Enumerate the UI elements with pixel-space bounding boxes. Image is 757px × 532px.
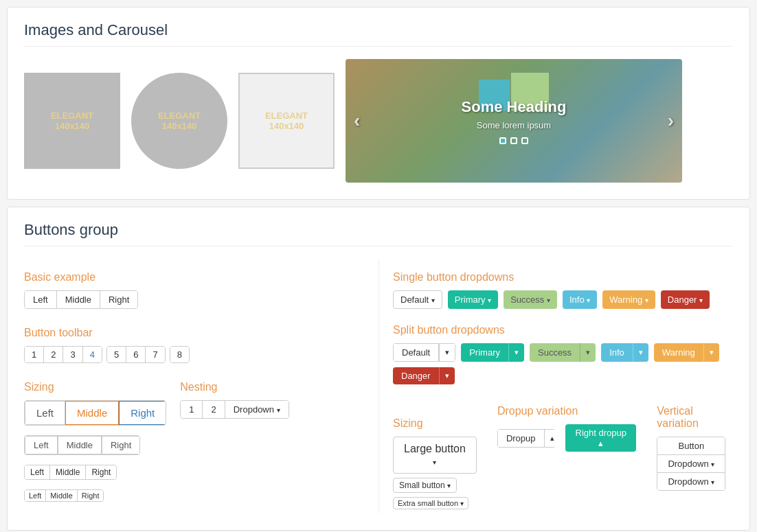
- toolbar-btn-8[interactable]: 8: [170, 347, 189, 362]
- split-danger: Danger ▾: [393, 367, 455, 384]
- split-warning: Warning ▾: [654, 343, 719, 362]
- nesting-caret-icon: [277, 404, 280, 415]
- dropup-caret-btn[interactable]: ▴: [544, 429, 556, 448]
- single-warning-btn[interactable]: Warning: [602, 290, 655, 309]
- carousel-prev-arrow[interactable]: ‹: [354, 110, 360, 132]
- buttons-left-col: Basic example Left Middle Right Button t…: [24, 259, 378, 513]
- basic-middle-btn[interactable]: Middle: [57, 291, 100, 308]
- images-section: Images and Carousel ELEGANT 140x140 ELEG…: [7, 7, 750, 200]
- vertical-btn-1[interactable]: Button: [657, 437, 725, 455]
- single-default-caret: [431, 294, 435, 305]
- single-success-btn[interactable]: Success: [504, 290, 557, 309]
- split-info-main[interactable]: Info: [601, 343, 633, 362]
- vertical-dropdown-1[interactable]: Dropdown: [657, 455, 725, 473]
- carousel-dot-2[interactable]: [510, 137, 517, 144]
- carousel-dot-1[interactable]: [499, 137, 506, 144]
- single-success-caret: [547, 294, 550, 305]
- dropup-main-btn[interactable]: Dropup: [497, 429, 544, 448]
- sizing-med-right[interactable]: Right: [102, 436, 139, 454]
- dropup-btn-group: Dropup ▴: [497, 429, 556, 448]
- basic-right-btn[interactable]: Right: [100, 291, 137, 308]
- sizing-large-left[interactable]: Left: [25, 401, 65, 425]
- toolbar-btn-3[interactable]: 3: [63, 347, 82, 362]
- carousel-subtext: Some lorem ipsum: [462, 120, 567, 130]
- btn-toolbar: 1 2 3 4 5 6 7 8: [24, 346, 365, 363]
- nesting-btn-2[interactable]: 2: [203, 401, 225, 418]
- split-success-main[interactable]: Success: [530, 343, 580, 362]
- dropup-col: Dropup variation Dropup ▴ Right dropup ▴: [497, 393, 636, 452]
- vertical-col: Vertical variation Button Dropdown Dropd…: [657, 393, 733, 491]
- split-default-caret-btn[interactable]: ▾: [439, 343, 455, 362]
- toolbar-group-3: 8: [170, 346, 190, 363]
- split-warning-main[interactable]: Warning: [654, 343, 703, 362]
- sizing-small-row: Left Middle Right: [24, 465, 166, 485]
- sizing-large-group: Left Middle Right: [24, 400, 166, 426]
- small-dd-caret: [447, 481, 451, 490]
- split-primary-caret-btn[interactable]: ▾: [508, 343, 524, 362]
- sizing-sm-left[interactable]: Left: [25, 465, 50, 479]
- sizing-small-group: Left Middle Right: [24, 465, 117, 480]
- single-primary-caret: [488, 294, 491, 305]
- nesting-group: 1 2 Dropdown: [180, 400, 289, 419]
- split-danger-main[interactable]: Danger: [393, 367, 439, 384]
- split-dropdown-title: Split button dropdowns: [393, 324, 733, 336]
- vertical-btn-group: Button Dropdown Dropdown: [657, 437, 725, 491]
- sizing-large-right[interactable]: Right: [119, 401, 166, 425]
- toolbar-title: Button toolbar: [24, 327, 365, 339]
- toolbar-btn-4[interactable]: 4: [83, 347, 102, 362]
- single-info-btn[interactable]: Info: [563, 290, 597, 309]
- dropup-row: Dropup ▴ Right dropup ▴: [497, 424, 636, 452]
- split-primary-main[interactable]: Primary: [461, 343, 508, 362]
- sizing-sm-right[interactable]: Right: [86, 465, 116, 479]
- vertical-dropdown-2[interactable]: Dropdown: [657, 473, 725, 490]
- small-dropdown-btn[interactable]: Small button: [393, 478, 457, 493]
- basic-left-btn[interactable]: Left: [25, 291, 57, 308]
- vert-caret-2: [711, 476, 714, 487]
- single-primary-btn[interactable]: Primary: [448, 290, 498, 309]
- xsmall-dd-caret: [460, 499, 464, 507]
- toolbar-btn-7[interactable]: 7: [146, 347, 164, 362]
- carousel-content: Some Heading Some lorem ipsum: [462, 98, 567, 144]
- buttons-grid: Basic example Left Middle Right Button t…: [24, 259, 733, 513]
- right-dropup-btn[interactable]: Right dropup ▴: [565, 424, 636, 452]
- right-dropup-caret-icon: ▴: [598, 438, 603, 448]
- nesting-dropdown-btn[interactable]: Dropdown: [225, 401, 289, 418]
- sizing-med-left[interactable]: Left: [25, 436, 58, 454]
- toolbar-btn-1[interactable]: 1: [25, 347, 44, 362]
- large-dropdown-btn[interactable]: Large button: [393, 437, 477, 474]
- nesting-btn-1[interactable]: 1: [181, 401, 203, 418]
- nesting-title: Nesting: [180, 381, 289, 393]
- split-info-caret-btn[interactable]: ▾: [633, 343, 648, 362]
- split-success-caret-btn[interactable]: ▾: [580, 343, 596, 362]
- basic-btn-group: Left Middle Right: [24, 290, 138, 309]
- single-danger-btn[interactable]: Danger: [661, 290, 710, 309]
- split-warning-caret-btn[interactable]: ▾: [703, 343, 719, 362]
- split-danger-caret-btn[interactable]: ▾: [439, 367, 455, 384]
- nesting-col: Nesting 1 2 Dropdown: [180, 369, 289, 419]
- sizing-med-middle[interactable]: Middle: [58, 436, 102, 454]
- sizing-large-row: Left Middle Right: [24, 400, 166, 431]
- image-square: ELEGANT 140x140: [24, 73, 120, 169]
- split-default: Default ▾: [393, 343, 455, 362]
- sizing-xs-middle[interactable]: Middle: [46, 490, 77, 501]
- sizing-xs-left[interactable]: Left: [25, 490, 46, 501]
- carousel-dots: [462, 137, 567, 144]
- basic-example-title: Basic example: [24, 271, 365, 284]
- images-row: ELEGANT 140x140 ELEGANT 140x140 ELEGANT …: [24, 59, 733, 183]
- xsmall-dropdown-btn[interactable]: Extra small button: [393, 497, 468, 509]
- buttons-section: Buttons group Basic example Left Middle …: [7, 207, 750, 531]
- toolbar-btn-2[interactable]: 2: [44, 347, 63, 362]
- toolbar-group-2: 5 6 7: [106, 346, 166, 363]
- carousel-next-arrow[interactable]: ›: [668, 110, 674, 132]
- single-info-caret: [587, 294, 590, 305]
- sizing-sm-middle[interactable]: Middle: [50, 465, 86, 479]
- sizing-large-middle[interactable]: Middle: [65, 401, 119, 425]
- toolbar-btn-6[interactable]: 6: [126, 347, 146, 362]
- sizing-xsmall-row: Left Middle Right: [24, 489, 166, 507]
- sizing-xs-right[interactable]: Right: [78, 490, 104, 501]
- split-default-main[interactable]: Default: [393, 343, 439, 362]
- single-default-btn[interactable]: Default: [393, 290, 442, 309]
- toolbar-btn-5[interactable]: 5: [107, 347, 126, 362]
- carousel-dot-3[interactable]: [521, 137, 528, 144]
- sizing-medium-group: Left Middle Right: [24, 435, 140, 455]
